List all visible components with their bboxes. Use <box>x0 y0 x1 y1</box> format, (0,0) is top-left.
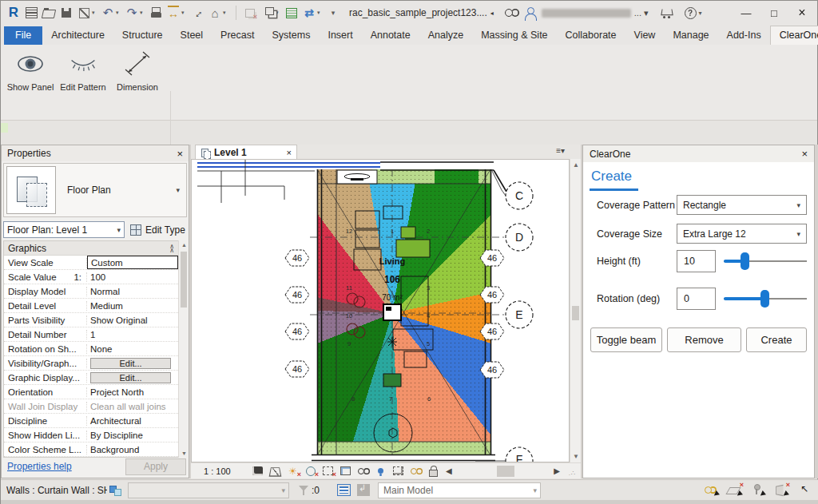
drawing-area[interactable]: Living 106 70 m² 12 1 2 11 3 10 4 9 <box>191 159 570 462</box>
keynote-tag-46[interactable]: 46 <box>285 250 309 266</box>
ribbon-tab-view[interactable]: View <box>625 26 665 45</box>
property-value[interactable]: 100 <box>87 270 178 284</box>
render-off-icon[interactable]: × <box>304 465 316 477</box>
reveal-hidden-icon[interactable] <box>357 465 369 477</box>
keynote-tag-46[interactable]: 46 <box>285 361 309 377</box>
collapse-section-icon[interactable]: ∧∧ <box>169 244 174 252</box>
height-slider[interactable] <box>724 250 807 272</box>
edit-pattern-button[interactable]: Edit Pattern <box>58 49 108 119</box>
property-value[interactable]: Architectural <box>87 414 178 427</box>
user-account-icon[interactable] <box>524 6 535 19</box>
type-selector[interactable]: Floor Plan ▾ <box>3 163 187 217</box>
undo-icon[interactable] <box>100 5 116 21</box>
visual-style-icon[interactable] <box>252 465 264 477</box>
workshare-caret-icon[interactable]: ▾ <box>92 10 98 16</box>
ribbon-tab-annotate[interactable]: Annotate <box>362 26 419 45</box>
property-value[interactable]: Normal <box>87 284 178 298</box>
app-store-cart-icon[interactable] <box>660 7 673 19</box>
switch-windows-icon[interactable] <box>260 5 276 21</box>
rotation-slider[interactable] <box>724 288 807 310</box>
aligned-dimension-icon[interactable] <box>189 5 205 21</box>
element-selector-combobox[interactable]: Floor Plan: Level 1▾ <box>3 221 125 238</box>
close-inactive-icon[interactable] <box>242 5 258 21</box>
home-3d-view-icon[interactable] <box>207 5 223 21</box>
view-tab-menu-icon[interactable]: ≡▾ <box>556 146 565 155</box>
save-icon[interactable] <box>58 5 74 21</box>
coverage-size-select[interactable]: Extra Large 12▾ <box>677 224 807 244</box>
displaced-sets-icon[interactable] <box>392 465 404 477</box>
ribbon-tab-massing-site[interactable]: Massing & Site <box>472 26 556 45</box>
drag-on-selection-icon[interactable] <box>797 483 812 497</box>
property-value[interactable]: Project North <box>87 385 178 399</box>
keynote-tag-46[interactable]: 46 <box>480 362 504 378</box>
property-value[interactable]: Show Original <box>87 313 178 327</box>
select-by-face-icon[interactable]: × <box>774 483 789 497</box>
view-scale-control[interactable]: 1 : 100 <box>204 466 240 476</box>
speaker-device[interactable] <box>383 304 401 320</box>
crop-visibility-icon[interactable] <box>340 465 351 477</box>
workshare-icon[interactable] <box>76 5 92 21</box>
user-menu-caret[interactable]: ... ▾ <box>634 8 649 18</box>
title-caret-icon[interactable]: ◂ <box>490 10 494 17</box>
keynote-tag-46[interactable]: 46 <box>285 323 309 339</box>
properties-help-link[interactable]: Properties help <box>7 461 72 472</box>
ribbon-tab-collaborate[interactable]: Collaborate <box>557 26 625 45</box>
help-caret[interactable]: ▾ <box>699 10 702 17</box>
property-value[interactable]: Edit... <box>87 356 178 370</box>
property-value[interactable]: Background <box>87 442 178 456</box>
ribbon-tab-precast[interactable]: Precast <box>212 26 263 45</box>
selected-curtain-wall[interactable] <box>197 163 380 167</box>
keynote-tag-46[interactable]: 46 <box>480 287 504 303</box>
type-selector-caret-icon[interactable]: ▾ <box>176 186 180 194</box>
help-icon[interactable]: ? <box>685 7 697 19</box>
customize-qat-icon[interactable] <box>325 5 341 21</box>
measure-icon[interactable] <box>165 5 181 21</box>
toggle-beam-button[interactable]: Toggle beam <box>590 327 662 352</box>
vscrollbar-thumb[interactable] <box>572 306 579 320</box>
coverage-pattern-select[interactable]: Rectangle▾ <box>677 195 807 215</box>
ribbon-tab-steel[interactable]: Steel <box>172 26 212 45</box>
property-value[interactable]: Medium <box>87 299 178 312</box>
hidden-line-icon[interactable] <box>269 465 281 477</box>
tab-create[interactable]: Create <box>590 167 638 191</box>
home-3d-view-caret-icon[interactable]: ▾ <box>223 10 229 16</box>
redo-icon[interactable] <box>124 5 140 21</box>
remove-button[interactable]: Remove <box>667 327 741 352</box>
property-value[interactable]: 1 <box>87 327 178 341</box>
project-browser-icon[interactable] <box>23 5 39 21</box>
scroll-down-icon[interactable]: ▼ <box>573 453 579 460</box>
property-value[interactable]: Clean all wall joins <box>87 399 178 413</box>
redo-caret-icon[interactable]: ▾ <box>140 10 146 16</box>
property-value[interactable]: Custom <box>87 256 178 269</box>
editable-only-icon[interactable] <box>337 484 351 496</box>
show-panel-button[interactable]: Show Panel <box>6 49 55 119</box>
close-button[interactable]: × <box>792 6 812 20</box>
ribbon-tab-structure[interactable]: Structure <box>113 26 172 45</box>
select-pinned-icon[interactable] <box>751 483 766 497</box>
ribbon-tab-architecture[interactable]: Architecture <box>42 26 113 45</box>
reveal-constraints-icon[interactable] <box>410 465 422 477</box>
crop-off-icon[interactable]: × <box>322 465 334 477</box>
properties-scrollbar[interactable]: ▲ ▼ <box>178 240 188 458</box>
edit-button[interactable]: Edit... <box>90 358 171 369</box>
graphics-section-header[interactable]: Graphics ∧∧ <box>4 241 178 256</box>
rotation-input[interactable]: 0 <box>677 288 716 310</box>
view-tab-level-1[interactable]: Level 1 × <box>195 145 297 159</box>
property-value[interactable]: None <box>87 342 178 355</box>
scroll-right-icon[interactable]: ▶ <box>554 466 560 475</box>
hscrollbar-thumb[interactable] <box>497 466 514 477</box>
resize-grip[interactable]: .∴ <box>569 470 576 477</box>
undo-caret-icon[interactable]: ▾ <box>116 10 122 16</box>
view-tab-close-icon[interactable]: × <box>287 148 292 157</box>
keynote-tag-46[interactable]: 46 <box>480 323 504 339</box>
edit-button[interactable]: Edit... <box>90 372 171 383</box>
measure-caret-icon[interactable]: ▾ <box>181 10 188 16</box>
ribbon-tab-add-ins[interactable]: Add-Ins <box>718 26 770 45</box>
ribbon-tab-clearone[interactable]: ClearOne <box>770 26 818 45</box>
vertical-scrollbar[interactable]: ▲ ▼ <box>570 159 581 462</box>
apply-button[interactable]: Apply <box>125 458 186 475</box>
scroll-left-icon[interactable]: ◀ <box>446 466 452 475</box>
clearone-close-icon[interactable]: × <box>801 148 808 160</box>
dimension-button[interactable]: Dimension <box>113 49 162 119</box>
print-icon[interactable] <box>148 5 164 21</box>
